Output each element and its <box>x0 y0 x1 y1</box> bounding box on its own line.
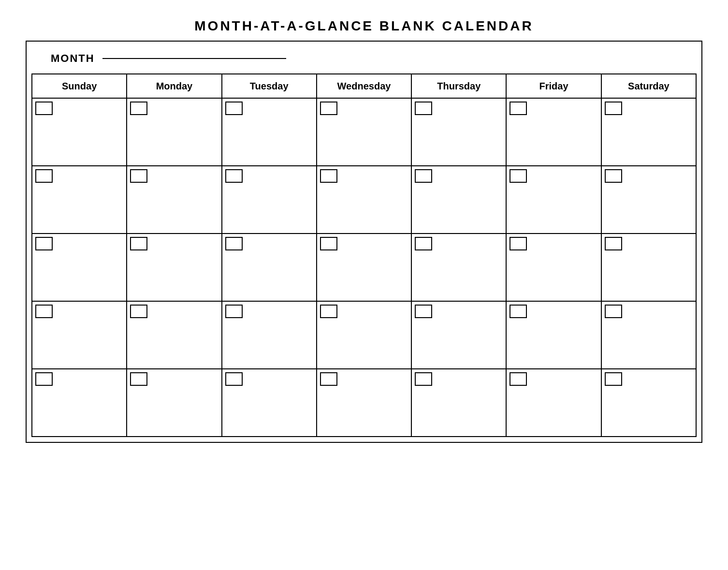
header-tuesday: Tuesday <box>222 74 317 98</box>
day-number-box <box>225 305 243 318</box>
day-number-box <box>35 169 53 183</box>
day-number-box <box>320 305 337 318</box>
cell-r5-mon[interactable] <box>127 369 221 437</box>
cell-r5-tue[interactable] <box>222 369 317 437</box>
cell-r1-wed[interactable] <box>317 98 411 166</box>
day-number-box <box>605 169 622 183</box>
day-number-box <box>320 237 337 250</box>
day-number-box <box>415 102 432 115</box>
day-number-box <box>510 237 527 250</box>
day-number-box <box>415 237 432 250</box>
day-number-box <box>510 102 527 115</box>
cell-r2-fri[interactable] <box>506 166 601 234</box>
calendar-row-5 <box>32 369 696 437</box>
cell-r4-mon[interactable] <box>127 301 221 369</box>
cell-r2-wed[interactable] <box>317 166 411 234</box>
cell-r3-sat[interactable] <box>601 234 696 301</box>
month-label: MONTH <box>51 52 95 64</box>
header-sunday: Sunday <box>32 74 127 98</box>
day-number-box <box>130 372 147 386</box>
page: MONTH-AT-A-GLANCE BLANK CALENDAR MONTH S… <box>26 10 702 443</box>
day-number-box <box>320 169 337 183</box>
cell-r2-sun[interactable] <box>32 166 127 234</box>
day-number-box <box>510 372 527 386</box>
cell-r2-tue[interactable] <box>222 166 317 234</box>
cell-r4-sun[interactable] <box>32 301 127 369</box>
day-number-box <box>35 305 53 318</box>
cell-r4-fri[interactable] <box>506 301 601 369</box>
day-number-box <box>35 372 53 386</box>
cell-r1-fri[interactable] <box>506 98 601 166</box>
day-number-box <box>225 102 243 115</box>
header-saturday: Saturday <box>601 74 696 98</box>
header-thursday: Thursday <box>411 74 506 98</box>
cell-r3-fri[interactable] <box>506 234 601 301</box>
cell-r2-mon[interactable] <box>127 166 221 234</box>
cell-r1-sat[interactable] <box>601 98 696 166</box>
day-number-box <box>510 169 527 183</box>
cell-r1-thu[interactable] <box>411 98 506 166</box>
cell-r4-sat[interactable] <box>601 301 696 369</box>
day-number-box <box>605 102 622 115</box>
day-number-box <box>510 305 527 318</box>
day-number-box <box>605 237 622 250</box>
calendar-row-1 <box>32 98 696 166</box>
page-title: MONTH-AT-A-GLANCE BLANK CALENDAR <box>26 10 702 41</box>
day-number-box <box>35 237 53 250</box>
cell-r5-thu[interactable] <box>411 369 506 437</box>
calendar-row-4 <box>32 301 696 369</box>
cell-r4-wed[interactable] <box>317 301 411 369</box>
days-header-row: Sunday Monday Tuesday Wednesday Thursday… <box>32 74 696 98</box>
day-number-box <box>605 372 622 386</box>
calendar-row-2 <box>32 166 696 234</box>
calendar-container: MONTH Sunday Monday Tuesday Wednesday Th… <box>26 41 702 443</box>
day-number-box <box>320 372 337 386</box>
cell-r5-wed[interactable] <box>317 369 411 437</box>
month-line <box>102 58 286 59</box>
day-number-box <box>225 169 243 183</box>
day-number-box <box>130 237 147 250</box>
day-number-box <box>415 372 432 386</box>
day-number-box <box>130 305 147 318</box>
calendar-grid: Sunday Monday Tuesday Wednesday Thursday… <box>31 73 697 437</box>
header-friday: Friday <box>506 74 601 98</box>
day-number-box <box>415 169 432 183</box>
cell-r3-wed[interactable] <box>317 234 411 301</box>
cell-r3-thu[interactable] <box>411 234 506 301</box>
cell-r5-sun[interactable] <box>32 369 127 437</box>
day-number-box <box>130 102 147 115</box>
cell-r1-mon[interactable] <box>127 98 221 166</box>
month-header: MONTH <box>31 46 697 73</box>
day-number-box <box>605 305 622 318</box>
cell-r3-tue[interactable] <box>222 234 317 301</box>
day-number-box <box>320 102 337 115</box>
cell-r1-tue[interactable] <box>222 98 317 166</box>
day-number-box <box>130 169 147 183</box>
cell-r3-sun[interactable] <box>32 234 127 301</box>
cell-r3-mon[interactable] <box>127 234 221 301</box>
day-number-box <box>225 237 243 250</box>
cell-r4-tue[interactable] <box>222 301 317 369</box>
cell-r4-thu[interactable] <box>411 301 506 369</box>
calendar-row-3 <box>32 234 696 301</box>
header-monday: Monday <box>127 74 221 98</box>
day-number-box <box>35 102 53 115</box>
cell-r2-thu[interactable] <box>411 166 506 234</box>
cell-r1-sun[interactable] <box>32 98 127 166</box>
cell-r2-sat[interactable] <box>601 166 696 234</box>
cell-r5-fri[interactable] <box>506 369 601 437</box>
day-number-box <box>415 305 432 318</box>
day-number-box <box>225 372 243 386</box>
header-wednesday: Wednesday <box>317 74 411 98</box>
cell-r5-sat[interactable] <box>601 369 696 437</box>
